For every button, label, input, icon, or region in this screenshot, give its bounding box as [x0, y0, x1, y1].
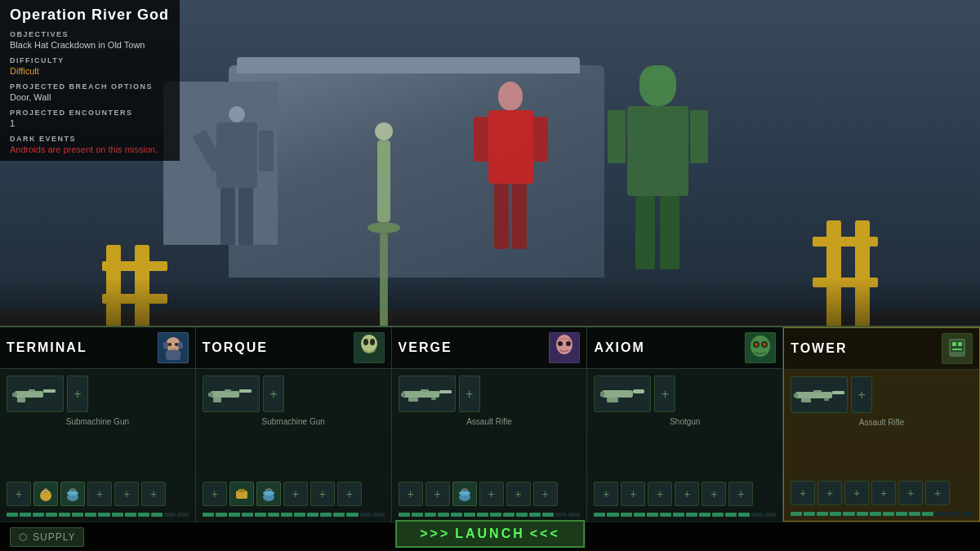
- char-avatar-axiom: [745, 332, 776, 363]
- progress-seg-7: [294, 513, 305, 517]
- bottom-bar: ⬡ SUPPLY >>> LAUNCH <<<: [0, 522, 980, 551]
- difficulty-label: DIFFICULTY: [10, 56, 170, 64]
- weapon-icon: [399, 375, 456, 412]
- weapon-label: Shotgun: [594, 417, 776, 426]
- weapon-plus-button[interactable]: +: [459, 375, 480, 412]
- item-plus-slot-0[interactable]: +: [399, 482, 423, 506]
- item-slot-empty-3[interactable]: +: [871, 481, 896, 505]
- item-slot-empty-3[interactable]: +: [87, 482, 112, 506]
- item-plus-slot-0[interactable]: +: [594, 482, 618, 506]
- progress-seg-2: [817, 512, 828, 516]
- weapon-icon: [594, 375, 651, 412]
- weapon-plus-button[interactable]: +: [263, 375, 284, 412]
- items-section: + +++: [0, 482, 195, 509]
- weapon-slot: +: [7, 375, 189, 412]
- item-slot-empty-5[interactable]: +: [337, 482, 362, 506]
- svg-rect-6: [15, 391, 43, 398]
- item-slot-empty-5[interactable]: +: [533, 482, 558, 506]
- svg-point-30: [566, 341, 571, 346]
- item-slot-empty-5[interactable]: +: [925, 481, 950, 505]
- progress-seg-11: [542, 513, 554, 517]
- svg-rect-2: [163, 342, 168, 349]
- supply-icon: ⬡: [19, 531, 28, 543]
- encounters-label: PROJECTED ENCOUNTERS: [10, 109, 170, 117]
- progress-seg-2: [229, 513, 240, 517]
- svg-rect-9: [12, 393, 17, 397]
- svg-rect-22: [208, 393, 213, 397]
- svg-point-27: [263, 491, 274, 495]
- weapon-icon: [791, 376, 848, 413]
- progress-seg-3: [438, 513, 449, 517]
- item-slot-empty-2[interactable]: +: [648, 482, 672, 506]
- progress-seg-4: [451, 513, 462, 517]
- item-plus-slot-0[interactable]: +: [203, 482, 227, 506]
- item-slot-empty-3[interactable]: +: [675, 482, 699, 506]
- progress-seg-13: [373, 513, 385, 517]
- progress-seg-11: [346, 513, 358, 517]
- item-slot-empty-1[interactable]: +: [621, 482, 645, 506]
- char-header-axiom: AXIOM: [587, 327, 782, 369]
- weapon-plus-button[interactable]: +: [654, 375, 675, 412]
- progress-seg-13: [177, 513, 189, 517]
- launch-arrows-right: <<<: [530, 527, 560, 541]
- items-section: ++ +++: [392, 482, 587, 509]
- progress-seg-0: [7, 513, 18, 517]
- item-slot-empty-4[interactable]: +: [506, 482, 531, 506]
- progress-seg-5: [72, 513, 83, 517]
- item-slot-1[interactable]: [33, 482, 58, 506]
- item-slot-empty-4[interactable]: +: [310, 482, 335, 506]
- item-slot-2[interactable]: [60, 482, 85, 506]
- progress-bar: [0, 509, 195, 522]
- item-slot-empty-4[interactable]: +: [702, 482, 726, 506]
- svg-rect-32: [439, 390, 452, 393]
- weapon-plus-button[interactable]: +: [67, 375, 88, 412]
- weapon-plus-button[interactable]: +: [851, 376, 872, 413]
- items-section: ++++++: [587, 482, 782, 509]
- item-slot-empty-3[interactable]: +: [479, 482, 504, 506]
- launch-button[interactable]: >>> LAUNCH <<<: [395, 520, 585, 548]
- weapon-slot: +: [594, 375, 776, 412]
- progress-seg-6: [870, 512, 881, 516]
- progress-seg-3: [634, 513, 645, 517]
- progress-seg-1: [607, 513, 618, 517]
- progress-seg-10: [138, 513, 149, 517]
- item-slot-empty-5[interactable]: +: [728, 482, 753, 506]
- item-slot-empty-4[interactable]: +: [114, 482, 139, 506]
- progress-seg-8: [896, 512, 907, 516]
- item-slot-empty-2[interactable]: +: [844, 481, 869, 505]
- progress-seg-12: [751, 513, 763, 517]
- progress-seg-5: [268, 513, 279, 517]
- progress-seg-6: [477, 513, 488, 517]
- progress-seg-9: [909, 512, 920, 516]
- progress-seg-12: [360, 513, 372, 517]
- progress-seg-10: [529, 513, 541, 517]
- weapon-slot: +: [791, 376, 973, 413]
- progress-seg-4: [59, 513, 70, 517]
- dark-events-label: DARK EVENTS: [10, 135, 170, 143]
- weapon-area-axiom: + Shotgun: [587, 369, 782, 482]
- char-name-torque: TORQUE: [203, 340, 354, 355]
- weapon-label: Submachine Gun: [7, 417, 189, 426]
- svg-rect-47: [600, 392, 604, 397]
- item-slot-1[interactable]: [229, 482, 254, 506]
- svg-rect-35: [421, 389, 429, 392]
- item-slot-2[interactable]: [256, 482, 281, 506]
- item-slot-empty-4[interactable]: +: [898, 481, 923, 505]
- item-slot-empty-5[interactable]: +: [141, 482, 166, 506]
- progress-seg-6: [673, 513, 684, 517]
- progress-seg-9: [712, 513, 724, 517]
- svg-rect-53: [795, 392, 832, 398]
- item-plus-slot-0[interactable]: +: [791, 481, 815, 505]
- item-plus-slot-0[interactable]: +: [7, 482, 31, 506]
- item-slot-empty-1[interactable]: +: [817, 481, 842, 505]
- supply-button[interactable]: ⬡ SUPPLY: [10, 527, 84, 547]
- item-slot-2[interactable]: [452, 482, 477, 506]
- item-slot-empty-3[interactable]: +: [283, 482, 308, 506]
- svg-rect-20: [239, 389, 252, 393]
- item-slot-empty-1[interactable]: +: [425, 482, 450, 506]
- breach-label: PROJECTED BREACH OPTIONS: [10, 82, 170, 91]
- weapon-area-tower: + Assault Rifle: [784, 370, 979, 481]
- svg-point-5: [175, 343, 178, 346]
- progress-seg-9: [516, 513, 528, 517]
- progress-seg-1: [216, 513, 227, 517]
